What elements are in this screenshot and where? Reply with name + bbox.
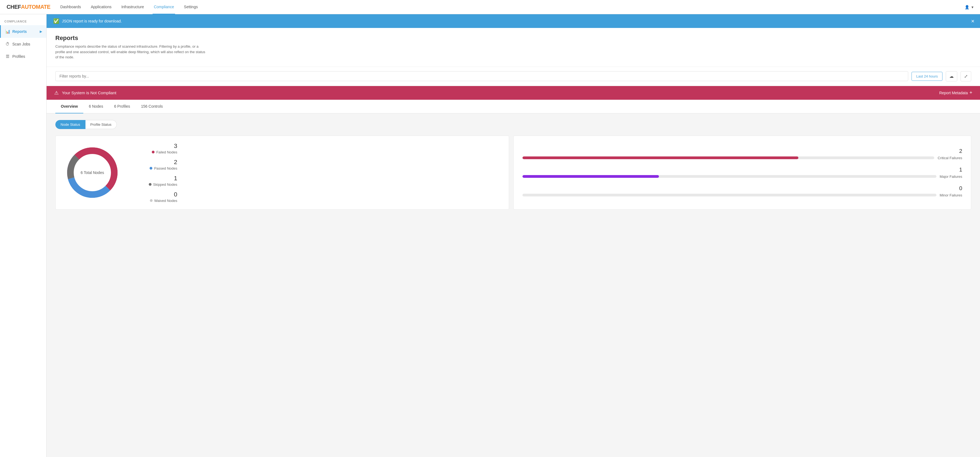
major-track <box>522 175 936 178</box>
overview-section: Node Status Profile Status <box>46 113 980 223</box>
nav-settings[interactable]: Settings <box>183 0 199 14</box>
report-metadata-label: Report Metadata <box>939 91 968 95</box>
filter-bar: Last 24 hours ☁ ⤢ <box>46 67 980 86</box>
sidebar-label-scan-jobs: Scan Jobs <box>12 42 30 46</box>
plus-icon: + <box>969 90 972 96</box>
donut-chart: 6 Total Nodes <box>62 142 123 203</box>
sidebar-arrow-reports: ▶ <box>40 30 42 33</box>
reports-icon: 📊 <box>5 29 10 34</box>
app-body: COMPLIANCE 📊 Reports ▶ ⏱ Scan Jobs ☰ Pro… <box>0 0 980 457</box>
failed-dot <box>152 151 154 153</box>
download-button[interactable]: ☁ <box>946 71 957 81</box>
minor-label: Minor Failures <box>940 193 962 197</box>
critical-count: 2 <box>522 148 963 154</box>
non-compliant-message: Your System is Not Compliant <box>62 91 116 95</box>
nav-dashboards[interactable]: Dashboards <box>59 0 82 14</box>
critical-track <box>522 156 934 159</box>
user-dropdown-arrow: ▾ <box>972 5 974 9</box>
minor-track <box>522 194 936 196</box>
major-label: Major Failures <box>940 175 962 178</box>
nav-infrastructure[interactable]: Infrastructure <box>120 0 145 14</box>
sidebar-item-scan-jobs[interactable]: ⏱ Scan Jobs <box>0 38 46 50</box>
passed-count: 2 <box>174 159 177 166</box>
main-content: ✅ JSON report is ready for download. ✕ R… <box>46 14 980 457</box>
tab-overview[interactable]: Overview <box>55 100 83 113</box>
legend-passed: 2 Passed Nodes <box>134 159 177 170</box>
legend-failed: 3 Failed Nodes <box>134 142 177 154</box>
time-range-button[interactable]: Last 24 hours <box>912 72 942 81</box>
notification-close[interactable]: ✕ <box>971 19 975 24</box>
waived-dot <box>150 199 153 202</box>
sidebar-item-reports[interactable]: 📊 Reports ▶ <box>0 25 46 38</box>
tabs-bar: Overview 6 Nodes 6 Profiles 156 Controls <box>46 100 980 113</box>
tab-controls[interactable]: 156 Controls <box>135 100 168 113</box>
legend-skipped: 1 Skipped Nodes <box>134 175 177 186</box>
passed-label: Passed Nodes <box>154 166 177 170</box>
failed-label: Failed Nodes <box>156 150 177 154</box>
sidebar-section-label: COMPLIANCE <box>0 14 46 25</box>
share-button[interactable]: ⤢ <box>961 71 971 81</box>
nav-compliance[interactable]: Compliance <box>153 0 175 14</box>
status-toggle: Node Status Profile Status <box>55 120 971 129</box>
page-title: Reports <box>55 35 971 41</box>
skipped-label: Skipped Nodes <box>153 183 177 186</box>
donut-label: 6 Total Nodes <box>81 170 104 175</box>
non-compliant-banner: ⚠ Your System is Not Compliant Report Me… <box>46 86 980 100</box>
bar-minor: 0 Minor Failures <box>522 185 963 197</box>
page-header: Reports Compliance reports describe the … <box>46 28 980 67</box>
user-icon: 👤 <box>965 5 969 9</box>
major-count: 1 <box>522 167 963 173</box>
sidebar-label-reports: Reports <box>12 29 27 34</box>
share-icon: ⤢ <box>964 74 968 79</box>
logo-automate: AUTOMATE <box>21 4 50 10</box>
logo-chef: CHEF <box>6 4 21 10</box>
check-icon: ✅ <box>53 18 59 24</box>
bar-major: 1 Major Failures <box>522 167 963 178</box>
download-icon: ☁ <box>949 74 954 79</box>
scan-jobs-icon: ⏱ <box>5 41 10 46</box>
profile-status-button[interactable]: Profile Status <box>86 120 117 129</box>
filter-input[interactable] <box>55 71 908 81</box>
chart-right: 2 Critical Failures 1 <box>514 135 972 210</box>
report-metadata-button[interactable]: Report Metadata + <box>939 90 972 96</box>
skipped-dot <box>149 183 151 186</box>
skipped-count: 1 <box>174 175 177 182</box>
non-compliant-left: ⚠ Your System is Not Compliant <box>54 90 116 96</box>
user-menu[interactable]: 👤 ▾ <box>965 5 974 9</box>
sidebar: COMPLIANCE 📊 Reports ▶ ⏱ Scan Jobs ☰ Pro… <box>0 14 46 457</box>
warning-icon: ⚠ <box>54 90 59 96</box>
waived-label: Waived Nodes <box>154 199 177 203</box>
nav-applications[interactable]: Applications <box>89 0 113 14</box>
profiles-icon: ☰ <box>5 54 10 59</box>
chart-left: 6 Total Nodes 3 Failed Nodes 2 <box>55 135 509 210</box>
bar-critical: 2 Critical Failures <box>522 148 963 160</box>
notification-banner: ✅ JSON report is ready for download. ✕ <box>46 14 980 28</box>
top-nav: CHEFAUTOMATE Dashboards Applications Inf… <box>0 0 980 14</box>
bar-chart: 2 Critical Failures 1 <box>522 148 963 197</box>
node-legend: 3 Failed Nodes 2 Passed Nodes <box>134 142 177 203</box>
failed-count: 3 <box>174 142 177 150</box>
sidebar-label-profiles: Profiles <box>12 54 25 59</box>
tab-profiles[interactable]: 6 Profiles <box>108 100 135 113</box>
legend-waived: 0 Waived Nodes <box>134 191 177 203</box>
passed-dot <box>150 167 152 170</box>
notification-message: JSON report is ready for download. <box>62 19 122 23</box>
node-status-button[interactable]: Node Status <box>55 120 86 129</box>
minor-count: 0 <box>522 185 963 191</box>
major-fill <box>522 175 659 178</box>
tab-nodes[interactable]: 6 Nodes <box>83 100 108 113</box>
nav-items: Dashboards Applications Infrastructure C… <box>59 0 965 14</box>
logo: CHEFAUTOMATE <box>6 4 51 10</box>
waived-count: 0 <box>174 191 177 198</box>
sidebar-item-profiles[interactable]: ☰ Profiles <box>0 50 46 63</box>
critical-fill <box>522 156 799 159</box>
chart-container: 6 Total Nodes 3 Failed Nodes 2 <box>55 135 971 210</box>
critical-label: Critical Failures <box>937 156 962 160</box>
page-description: Compliance reports describe the status o… <box>55 44 209 60</box>
